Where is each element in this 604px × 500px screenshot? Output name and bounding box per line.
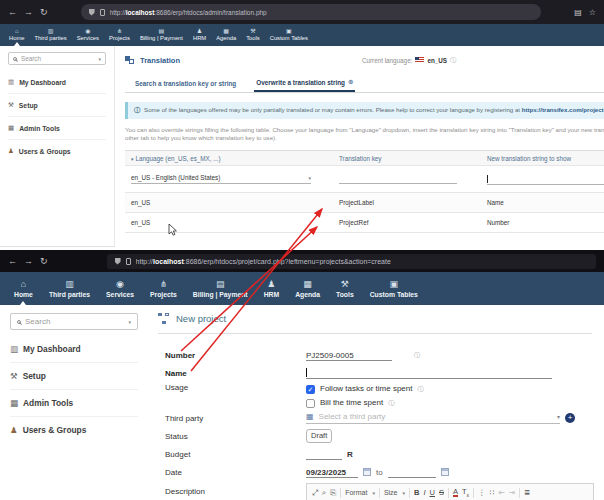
unordered-list-button[interactable]: ∷ — [490, 489, 495, 497]
new-string-input[interactable] — [487, 174, 604, 185]
url-text[interactable]: http://localhost:8686/erp/htdocs/admin/t… — [110, 9, 267, 16]
number-field[interactable]: PJ2509-0005 — [306, 349, 392, 361]
transifex-link[interactable]: https://transifex.com/projects/p/dolibar… — [522, 106, 604, 113]
italic-button[interactable]: I — [423, 489, 425, 497]
sidebar-item-admin-tools[interactable]: ▦Admin Tools — [8, 116, 106, 139]
sidebar-item-my-dashboard[interactable]: ▥My Dashboard — [8, 71, 106, 93]
size-dropdown[interactable]: Size▾ — [384, 489, 405, 496]
info-icon[interactable]: ⓘ — [414, 351, 420, 360]
table-row[interactable]: en_US ProjectLabel Name — [125, 193, 604, 213]
info-icon[interactable]: ⓘ — [388, 397, 394, 409]
checkbox-bill-time[interactable] — [306, 399, 315, 408]
third-party-select[interactable]: ▦ Select a third party ▾ — [306, 412, 560, 424]
add-third-party-button[interactable]: + — [565, 413, 575, 423]
format-dropdown[interactable]: Format▾ — [345, 489, 375, 496]
page-icon[interactable] — [100, 9, 105, 16]
sidebar-item-admin-tools[interactable]: ▦Admin Tools — [10, 389, 138, 416]
url-text[interactable]: http://localhost:8686/erp/htdocs/projet/… — [136, 258, 391, 265]
date-label: Date — [158, 468, 306, 477]
menu-item-custom-tables[interactable]: ▣Custom Tables — [265, 24, 313, 46]
grid-icon: ▦ — [10, 398, 18, 408]
remove-format-button[interactable]: Tx — [462, 488, 469, 498]
menu-item-billing-payment[interactable]: ▤Billing | Payment — [185, 272, 256, 305]
toolbar-divider — [379, 488, 380, 498]
menu-item-home[interactable]: ⌂Home — [4, 24, 29, 46]
wrench-icon: ⚒ — [10, 371, 18, 381]
sidebar-item-users-groups[interactable]: ♟Users & Groups — [8, 139, 106, 162]
sidebar-item-setup[interactable]: ⚒Setup — [8, 93, 106, 116]
info-text: Some of the languages offered may be onl… — [144, 106, 604, 115]
column-header-translation-key[interactable]: Translation key — [333, 155, 481, 162]
menu-item-projects[interactable]: ⋔Projects — [142, 272, 185, 305]
date-end-field[interactable] — [388, 466, 436, 478]
checkbox-follow-tasks[interactable]: ✓ — [306, 385, 315, 394]
shield-icon[interactable] — [89, 9, 95, 16]
chevron-down-icon: ▾ — [403, 490, 406, 496]
size-label: Size — [384, 489, 398, 496]
calendar-icon: ▦ — [303, 279, 312, 290]
info-icon[interactable]: ⓘ — [417, 383, 423, 395]
reload-button[interactable]: ↻ — [40, 257, 48, 266]
bookmarks-icon[interactable]: ▤ — [574, 8, 582, 17]
page-icon[interactable] — [126, 258, 131, 265]
source-icon[interactable]: ⎘ — [330, 489, 336, 497]
ordered-list-button[interactable]: ⋮ — [478, 489, 486, 497]
menu-item-third-parties[interactable]: ▥Third parties — [29, 24, 71, 46]
back-button[interactable]: ← — [8, 257, 17, 266]
reload-button[interactable]: ↻ — [40, 8, 48, 17]
sidebar-item-setup[interactable]: ⚒Setup — [10, 362, 138, 389]
forward-button[interactable]: → — [24, 8, 33, 17]
language-select[interactable]: en_US - English (United States)▾ — [131, 174, 311, 184]
menu-item-billing-payment[interactable]: ▤Billing | Payment — [135, 24, 188, 46]
menu-item-tools[interactable]: ⚒Tools — [328, 272, 362, 305]
sidebar-item-users-groups[interactable]: ♟Users & Groups — [10, 416, 138, 443]
shield-icon[interactable] — [115, 258, 121, 265]
info-icon[interactable]: ⓘ — [450, 56, 456, 65]
menu-item-tools[interactable]: ⚒Tools — [241, 24, 265, 46]
underline-button[interactable]: U — [430, 489, 435, 497]
search-input[interactable]: Search ▾ — [10, 313, 138, 330]
cell-translation-key: ProjectRef — [333, 219, 481, 226]
date-start-field[interactable]: 09/23/2025 — [306, 466, 358, 478]
tab-overwrite-translation[interactable]: Overwrite a translation string ⊕ — [254, 75, 355, 92]
menu-item-custom-tables[interactable]: ▣Custom Tables — [362, 272, 426, 305]
tab-search-translation[interactable]: Search a translation key or string — [133, 75, 238, 92]
menu-item-hrm[interactable]: ♟HRM — [256, 272, 287, 305]
menu-item-projects[interactable]: ⋔Projects — [104, 24, 135, 46]
menu-item-agenda[interactable]: ▦Agenda — [287, 272, 328, 305]
forward-button[interactable]: → — [24, 257, 33, 266]
sidebar-item-my-dashboard[interactable]: ▥My Dashboard — [10, 336, 138, 362]
calendar-icon[interactable] — [363, 468, 371, 476]
url-bar[interactable]: http://localhost:8686/erp/htdocs/admin/t… — [81, 4, 541, 20]
url-bar[interactable]: http://localhost:8686/erp/htdocs/projet/… — [107, 254, 596, 269]
translation-key-input[interactable] — [339, 173, 457, 184]
maximize-icon[interactable]: ⤢ — [312, 489, 318, 497]
richtext-toolbar: ⤢ ⌕ ⎘ Format▾ Size▾ B I U — [306, 483, 594, 500]
column-header-new-string[interactable]: New translation string to show — [481, 155, 604, 162]
align-button[interactable]: ≣ — [524, 489, 530, 497]
outdent-button[interactable]: ⇤ — [498, 489, 504, 497]
budget-field[interactable] — [306, 448, 342, 460]
menu-item-agenda[interactable]: ▦Agenda — [211, 24, 241, 46]
back-button[interactable]: ← — [8, 8, 17, 17]
menu-item-third-parties[interactable]: ▥Third parties — [41, 272, 98, 305]
strikethrough-button[interactable]: S — [439, 489, 444, 497]
column-label: Language (en_US, es_MX, ...) — [136, 155, 221, 162]
menu-item-services[interactable]: ◉Services — [98, 272, 142, 305]
bold-button[interactable]: B — [414, 489, 419, 497]
search-input[interactable]: Search ▾ — [8, 52, 106, 65]
indent-button[interactable]: ⇥ — [509, 489, 515, 497]
menu-item-services[interactable]: ◉Services — [72, 24, 104, 46]
star-bookmark-icon[interactable]: ☆ — [589, 8, 596, 17]
text-color-button[interactable]: A — [453, 488, 458, 498]
menu-label: Billing | Payment — [140, 35, 183, 42]
table-row[interactable]: en_US ProjectRef Number — [125, 213, 604, 233]
chevron-down-icon: ▾ — [128, 319, 131, 325]
column-header-language[interactable]: ▾Language (en_US, es_MX, ...) — [125, 155, 333, 162]
name-field[interactable] — [306, 367, 552, 379]
menu-item-hrm[interactable]: ♟HRM — [188, 24, 211, 46]
search-icon[interactable]: ⌕ — [322, 489, 326, 497]
calendar-icon[interactable] — [441, 468, 449, 476]
menu-item-home[interactable]: ⌂Home — [6, 272, 41, 305]
invoice-icon: ▤ — [159, 28, 165, 35]
